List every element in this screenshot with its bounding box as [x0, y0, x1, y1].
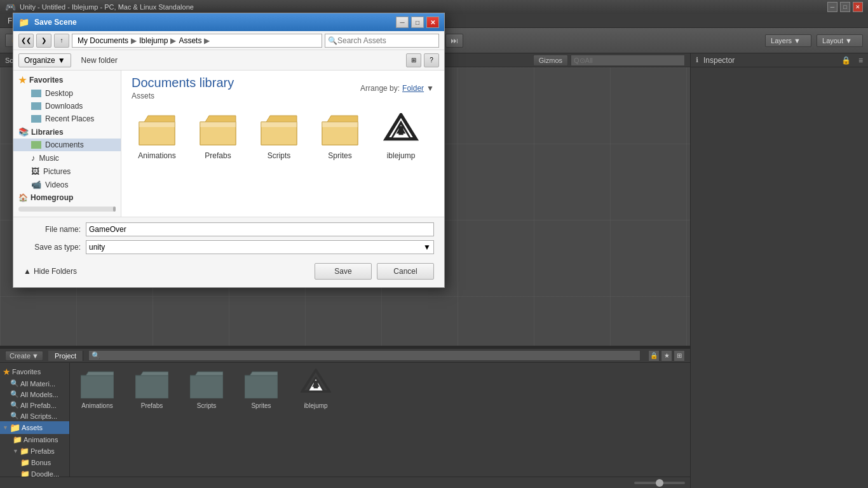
nav-downloads[interactable]: Downloads: [13, 100, 121, 112]
organize-arrow-icon: ▼: [58, 56, 65, 65]
homegroup-icon: 🏠: [18, 193, 28, 202]
nav-desktop[interactable]: Desktop: [13, 87, 121, 100]
breadcrumb-segment-iblejump[interactable]: Iblejump: [139, 36, 168, 45]
file-list-header: Documents library Assets Arrange by: Fol…: [126, 76, 439, 105]
svg-rect-21: [261, 122, 297, 127]
favorites-section[interactable]: ★ Favorites: [13, 73, 121, 87]
nav-pictures[interactable]: 🖼 Pictures: [13, 165, 121, 178]
file-name-input[interactable]: [86, 222, 434, 236]
dialog-maximize-button[interactable]: □: [411, 17, 424, 28]
file-type-value: unity: [89, 243, 105, 252]
arrange-arrow-icon: ▼: [426, 84, 434, 93]
search-icon: 🔍: [328, 36, 337, 45]
libraries-icon: 📚: [18, 127, 29, 137]
pictures-icon: 🖼: [31, 166, 39, 176]
music-icon: ♪: [31, 153, 36, 163]
dialog-title: Save Scene: [34, 18, 77, 27]
folder-link[interactable]: Folder: [402, 84, 424, 93]
list-item[interactable]: Sprites: [315, 111, 365, 160]
dialog-minimize-button[interactable]: ─: [396, 17, 409, 28]
help-button[interactable]: ?: [424, 53, 439, 67]
dialog-close-button[interactable]: ✕: [426, 17, 439, 28]
nav-videos[interactable]: 📹 Videos: [13, 178, 121, 191]
library-title: Documents library: [132, 76, 234, 90]
list-item[interactable]: Scripts: [254, 111, 304, 160]
up-button[interactable]: ↑: [54, 34, 69, 48]
save-as-label: Save as type:: [24, 243, 81, 252]
nav-music[interactable]: ♪ Music: [13, 151, 121, 165]
desktop-folder-icon: [31, 90, 41, 97]
homegroup-section[interactable]: 🏠 Homegroup: [13, 191, 121, 204]
dialog-actions: ▲ Hide Folders Save Cancel: [24, 258, 434, 282]
file-type-arrow-icon: ▼: [423, 243, 431, 252]
file-type-row: Save as type: unity ▼: [24, 240, 434, 254]
breadcrumb-segment-docs[interactable]: My Documents: [78, 36, 128, 45]
nav-scrollbar[interactable]: [113, 207, 116, 212]
view-toggle-button[interactable]: ⊞: [406, 53, 421, 67]
dialog-body: ★ Favorites Desktop Downloads Recent Pla…: [13, 71, 444, 217]
file-type-select[interactable]: unity ▼: [86, 240, 434, 254]
svg-rect-15: [139, 122, 175, 127]
breadcrumb-segment-assets[interactable]: Assets: [179, 36, 201, 45]
search-input[interactable]: [337, 36, 436, 45]
breadcrumb-path[interactable]: My Documents ▶ Iblejump ▶ Assets ▶: [72, 34, 322, 48]
nav-recent-places[interactable]: Recent Places: [13, 112, 121, 125]
breadcrumb-sep-3: ▶: [204, 36, 210, 45]
videos-icon: 📹: [31, 180, 41, 189]
breadcrumb-bar: ❮❮ ❯ ↑ My Documents ▶ Iblejump ▶ Assets …: [13, 31, 444, 50]
list-item[interactable]: Animations: [132, 111, 182, 160]
list-item[interactable]: Prefabs: [193, 111, 243, 160]
hide-folders-button[interactable]: ▲ Hide Folders: [24, 267, 77, 276]
breadcrumb-sep-2: ▶: [170, 36, 176, 45]
downloads-folder-icon: [31, 102, 41, 110]
libraries-section[interactable]: 📚 Libraries: [13, 125, 121, 139]
svg-rect-18: [200, 122, 236, 127]
dialog-folder-icon: 📁: [18, 17, 29, 27]
file-name-label: File name:: [24, 225, 81, 234]
save-scene-dialog: 📁 Save Scene ─ □ ✕ ❮❮ ❯ ↑ My Documents ▶…: [13, 13, 445, 288]
dialog-nav: ★ Favorites Desktop Downloads Recent Pla…: [13, 71, 121, 217]
dialog-overlay: 📁 Save Scene ─ □ ✕ ❮❮ ❯ ↑ My Documents ▶…: [0, 0, 868, 488]
breadcrumb-sep-1: ▶: [131, 36, 137, 45]
recent-folder-icon: [31, 115, 41, 123]
list-item[interactable]: iblejump: [376, 111, 426, 160]
nav-documents[interactable]: Documents: [13, 139, 121, 151]
svg-rect-24: [322, 122, 358, 127]
cancel-button[interactable]: Cancel: [377, 263, 434, 280]
arrange-by[interactable]: Arrange by: Folder ▼: [360, 84, 434, 93]
dialog-bottom: File name: Save as type: unity ▼ ▲ Hide …: [13, 217, 444, 287]
forward-button[interactable]: ❯: [36, 34, 51, 48]
file-name-row: File name:: [24, 222, 434, 236]
hide-folders-arrow-icon: ▲: [24, 267, 31, 276]
file-grid: Animations Prefabs: [126, 105, 439, 165]
new-folder-button[interactable]: New folder: [76, 54, 123, 67]
back-button[interactable]: ❮❮: [18, 34, 34, 48]
dialog-toolbar: Organize ▼ New folder ⊞ ?: [13, 50, 444, 71]
favorites-star-icon: ★: [18, 75, 27, 85]
dialog-title-bar: 📁 Save Scene ─ □ ✕: [13, 13, 444, 31]
library-subtitle: Assets: [132, 92, 234, 100]
dialog-files: Documents library Assets Arrange by: Fol…: [121, 71, 444, 217]
save-button[interactable]: Save: [315, 263, 372, 280]
documents-icon: [31, 141, 41, 149]
organize-button[interactable]: Organize ▼: [18, 53, 71, 67]
search-box[interactable]: 🔍: [325, 34, 439, 48]
